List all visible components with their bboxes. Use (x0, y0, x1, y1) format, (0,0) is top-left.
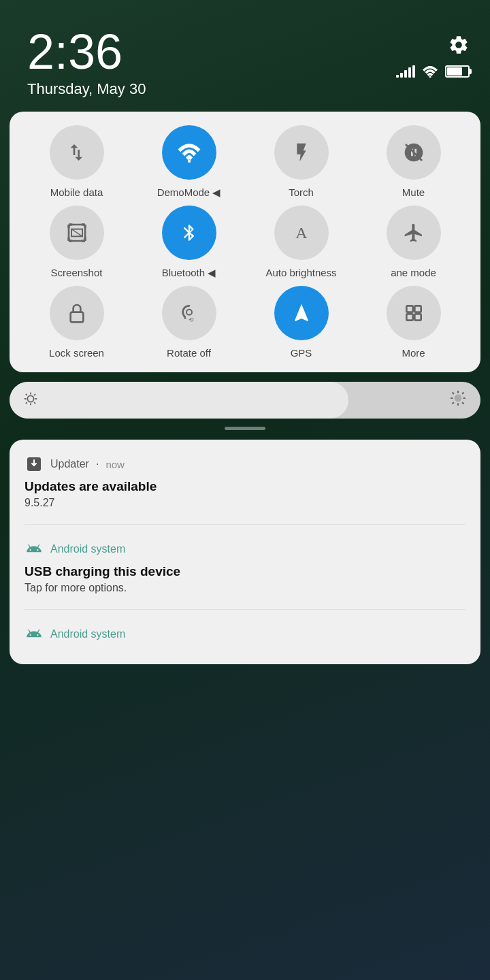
mobile-data-icon (50, 125, 104, 180)
qs-screenshot[interactable]: Screenshot (20, 206, 133, 279)
notif-header-usb: Android system (24, 540, 466, 559)
updater-time: now (105, 459, 125, 470)
svg-point-16 (186, 310, 192, 315)
svg-line-39 (453, 402, 454, 404)
plane-icon (387, 206, 441, 260)
svg-line-27 (26, 393, 27, 395)
svg-line-28 (34, 402, 35, 404)
android-app-name: Android system (50, 543, 125, 555)
updater-app-name: Updater (50, 458, 89, 470)
status-icons (396, 27, 470, 78)
qs-bluetooth[interactable]: Bluetooth ◀ (133, 206, 245, 279)
lock-screen-label: Lock screen (49, 347, 104, 359)
svg-rect-18 (406, 306, 412, 312)
battery-icon (445, 65, 470, 78)
updater-body: 9.5.27 (24, 497, 466, 509)
mute-label: Mute (402, 186, 425, 198)
brightness-fill (10, 382, 348, 419)
qs-rotate-off[interactable]: ⟲ Rotate off (133, 286, 245, 359)
updater-app-icon (24, 455, 44, 474)
qs-torch[interactable]: Torch (245, 125, 357, 199)
notification-usb-charging[interactable]: Android system USB charging this device … (24, 540, 466, 610)
android-app-name-2: Android system (50, 628, 125, 640)
brightness-high-icon (449, 389, 467, 411)
signal-bars (396, 65, 415, 78)
signal-row (396, 65, 470, 78)
android-icon-usb (24, 540, 44, 559)
qs-plane-mode[interactable]: ane mode (357, 206, 470, 279)
svg-line-30 (26, 402, 27, 404)
rotate-off-label: Rotate off (167, 347, 211, 359)
qs-mute[interactable]: Mute (357, 125, 470, 199)
time-date: 2:36 Thursday, May 30 (27, 27, 146, 98)
notification-android-2[interactable]: Android system (24, 625, 466, 644)
svg-rect-19 (414, 306, 421, 312)
notification-updater[interactable]: Updater · now Updates are available 9.5.… (24, 455, 466, 525)
demo-mode-label: DemoMode ◀ (157, 186, 221, 199)
qs-demo-mode[interactable]: DemoMode ◀ (133, 125, 245, 199)
plane-label: ane mode (391, 267, 436, 278)
svg-rect-21 (414, 314, 421, 320)
svg-point-22 (27, 395, 33, 402)
gps-label: GPS (291, 347, 312, 359)
svg-point-0 (429, 76, 431, 78)
svg-text:⟲: ⟲ (188, 316, 193, 323)
svg-line-13 (71, 229, 82, 237)
notif-header-updater: Updater · now (24, 455, 466, 474)
mobile-data-label: Mobile data (50, 186, 103, 198)
qs-lock-screen[interactable]: Lock screen (20, 286, 133, 359)
screenshot-icon (50, 206, 104, 260)
mute-icon (387, 125, 441, 180)
svg-line-36 (453, 393, 454, 394)
qs-mobile-data[interactable]: Mobile data (20, 125, 133, 199)
lock-icon (50, 286, 104, 340)
notification-panel: Updater · now Updates are available 9.5.… (10, 440, 480, 664)
auto-brightness-icon: A (274, 206, 329, 260)
drag-indicator (225, 427, 265, 430)
bluetooth-icon (162, 206, 216, 260)
more-label: More (402, 347, 425, 359)
brightness-slider[interactable] (10, 382, 480, 419)
more-icon (387, 286, 441, 340)
auto-brightness-label: Auto brightness (265, 267, 336, 278)
torch-icon (274, 125, 329, 180)
quick-settings-panel: Mobile data DemoMode ◀ Torch (10, 112, 480, 372)
notif-header-android2: Android system (24, 625, 466, 644)
svg-line-38 (462, 393, 463, 394)
date: Thursday, May 30 (27, 80, 146, 98)
clock: 2:36 (27, 27, 146, 76)
screenshot-label: Screenshot (51, 267, 103, 278)
usb-title: USB charging this device (24, 564, 466, 579)
status-bar: 2:36 Thursday, May 30 (0, 0, 490, 112)
usb-body: Tap for more options. (24, 582, 466, 594)
svg-point-31 (455, 395, 462, 402)
qs-auto-brightness[interactable]: A Auto brightness (245, 206, 357, 279)
svg-rect-15 (70, 312, 83, 323)
brightness-low-icon (23, 391, 38, 410)
updater-title: Updates are available (24, 479, 466, 494)
qs-more[interactable]: More (357, 286, 470, 359)
gps-icon (274, 286, 329, 340)
svg-line-37 (462, 402, 463, 404)
notif-dot: · (96, 458, 99, 470)
svg-point-1 (187, 160, 191, 163)
quick-settings-grid: Mobile data DemoMode ◀ Torch (20, 125, 470, 359)
svg-line-29 (34, 393, 35, 395)
android-icon-2 (24, 625, 44, 644)
rotate-icon: ⟲ (162, 286, 216, 340)
settings-icon[interactable] (448, 34, 470, 61)
wifi-icon (422, 65, 438, 78)
wifi-qs-icon (162, 125, 216, 180)
torch-label: Torch (289, 186, 314, 198)
qs-gps[interactable]: GPS (245, 286, 357, 359)
svg-text:A: A (295, 224, 308, 242)
svg-rect-20 (406, 314, 412, 320)
bluetooth-label: Bluetooth ◀ (162, 267, 216, 279)
